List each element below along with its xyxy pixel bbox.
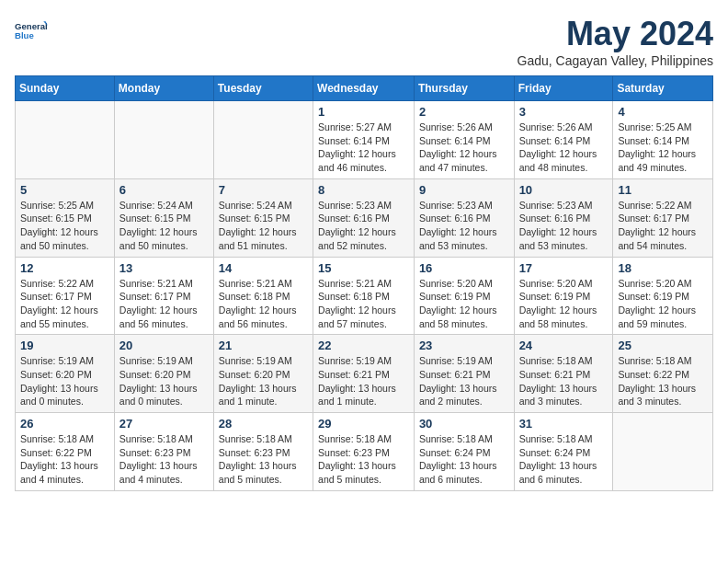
cell-content: Sunrise: 5:18 AM Sunset: 6:24 PM Dayligh… — [419, 432, 509, 487]
day-number: 5 — [20, 183, 109, 197]
day-number: 8 — [318, 183, 409, 197]
day-number: 23 — [419, 339, 509, 352]
calendar-cell: 20Sunrise: 5:19 AM Sunset: 6:20 PM Dayli… — [114, 335, 213, 413]
cell-content: Sunrise: 5:20 AM Sunset: 6:19 PM Dayligh… — [419, 277, 509, 331]
day-number: 28 — [219, 417, 308, 431]
cell-content: Sunrise: 5:21 AM Sunset: 6:18 PM Dayligh… — [318, 277, 409, 331]
calendar-cell: 7Sunrise: 5:24 AM Sunset: 6:15 PM Daylig… — [213, 178, 313, 257]
calendar-cell — [613, 413, 713, 491]
calendar-cell: 27Sunrise: 5:18 AM Sunset: 6:23 PM Dayli… — [114, 413, 213, 491]
title-block: May 2024 Gadu, Cagayan Valley, Philippin… — [518, 15, 714, 68]
header-saturday: Saturday — [613, 76, 713, 101]
day-number: 21 — [219, 339, 308, 352]
day-number: 4 — [618, 105, 708, 119]
cell-content: Sunrise: 5:26 AM Sunset: 6:14 PM Dayligh… — [519, 121, 609, 175]
calendar-cell — [114, 101, 213, 179]
calendar-cell: 13Sunrise: 5:21 AM Sunset: 6:17 PM Dayli… — [114, 257, 213, 335]
day-number: 7 — [219, 183, 308, 197]
calendar-week-5: 26Sunrise: 5:18 AM Sunset: 6:22 PM Dayli… — [16, 413, 713, 491]
cell-content: Sunrise: 5:20 AM Sunset: 6:19 PM Dayligh… — [519, 277, 609, 331]
cell-content: Sunrise: 5:24 AM Sunset: 6:15 PM Dayligh… — [219, 199, 308, 253]
cell-content: Sunrise: 5:18 AM Sunset: 6:22 PM Dayligh… — [20, 432, 109, 487]
calendar-cell: 1Sunrise: 5:27 AM Sunset: 6:14 PM Daylig… — [313, 101, 415, 179]
day-number: 27 — [119, 417, 209, 431]
day-number: 15 — [318, 261, 409, 275]
calendar-cell: 26Sunrise: 5:18 AM Sunset: 6:22 PM Dayli… — [16, 413, 115, 491]
cell-content: Sunrise: 5:22 AM Sunset: 6:17 PM Dayligh… — [618, 199, 708, 253]
day-number: 13 — [119, 261, 209, 275]
calendar-cell: 24Sunrise: 5:18 AM Sunset: 6:21 PM Dayli… — [514, 335, 613, 413]
calendar-cell: 9Sunrise: 5:23 AM Sunset: 6:16 PM Daylig… — [414, 178, 514, 257]
cell-content: Sunrise: 5:23 AM Sunset: 6:16 PM Dayligh… — [318, 199, 409, 253]
day-number: 24 — [519, 339, 609, 352]
cell-content: Sunrise: 5:24 AM Sunset: 6:15 PM Dayligh… — [119, 199, 209, 253]
calendar-week-1: 1Sunrise: 5:27 AM Sunset: 6:14 PM Daylig… — [16, 101, 713, 179]
month-title: May 2024 — [518, 15, 714, 53]
day-number: 6 — [119, 183, 209, 197]
day-number: 9 — [419, 183, 509, 197]
calendar-cell: 29Sunrise: 5:18 AM Sunset: 6:23 PM Dayli… — [313, 413, 415, 491]
calendar-cell: 8Sunrise: 5:23 AM Sunset: 6:16 PM Daylig… — [313, 178, 415, 257]
svg-text:Blue: Blue — [15, 30, 34, 40]
logo: General Blue — [15, 15, 48, 48]
header-friday: Friday — [514, 76, 613, 101]
cell-content: Sunrise: 5:27 AM Sunset: 6:14 PM Dayligh… — [318, 121, 409, 175]
cell-content: Sunrise: 5:25 AM Sunset: 6:15 PM Dayligh… — [20, 199, 109, 253]
day-number: 31 — [519, 417, 609, 431]
day-number: 17 — [519, 261, 609, 275]
day-number: 1 — [318, 105, 409, 119]
cell-content: Sunrise: 5:19 AM Sunset: 6:21 PM Dayligh… — [419, 354, 509, 408]
header-sunday: Sunday — [16, 76, 115, 101]
cell-content: Sunrise: 5:18 AM Sunset: 6:22 PM Dayligh… — [618, 354, 708, 408]
logo-svg: General Blue — [15, 15, 48, 48]
day-number: 22 — [318, 339, 409, 352]
day-number: 18 — [618, 261, 708, 275]
calendar-cell: 5Sunrise: 5:25 AM Sunset: 6:15 PM Daylig… — [16, 178, 115, 257]
cell-content: Sunrise: 5:19 AM Sunset: 6:20 PM Dayligh… — [219, 354, 308, 408]
cell-content: Sunrise: 5:21 AM Sunset: 6:17 PM Dayligh… — [119, 277, 209, 331]
cell-content: Sunrise: 5:20 AM Sunset: 6:19 PM Dayligh… — [618, 277, 708, 331]
calendar-cell: 22Sunrise: 5:19 AM Sunset: 6:21 PM Dayli… — [313, 335, 415, 413]
calendar-cell: 6Sunrise: 5:24 AM Sunset: 6:15 PM Daylig… — [114, 178, 213, 257]
day-number: 20 — [119, 339, 209, 352]
cell-content: Sunrise: 5:18 AM Sunset: 6:21 PM Dayligh… — [519, 354, 609, 408]
calendar-cell: 15Sunrise: 5:21 AM Sunset: 6:18 PM Dayli… — [313, 257, 415, 335]
cell-content: Sunrise: 5:19 AM Sunset: 6:20 PM Dayligh… — [119, 354, 209, 408]
calendar-cell: 12Sunrise: 5:22 AM Sunset: 6:17 PM Dayli… — [16, 257, 115, 335]
cell-content: Sunrise: 5:18 AM Sunset: 6:24 PM Dayligh… — [519, 432, 609, 487]
calendar-cell: 21Sunrise: 5:19 AM Sunset: 6:20 PM Dayli… — [213, 335, 313, 413]
day-number: 25 — [618, 339, 708, 352]
header-thursday: Thursday — [414, 76, 514, 101]
cell-content: Sunrise: 5:18 AM Sunset: 6:23 PM Dayligh… — [219, 432, 308, 487]
cell-content: Sunrise: 5:23 AM Sunset: 6:16 PM Dayligh… — [519, 199, 609, 253]
calendar-cell: 16Sunrise: 5:20 AM Sunset: 6:19 PM Dayli… — [414, 257, 514, 335]
day-number: 19 — [20, 339, 109, 352]
day-number: 12 — [20, 261, 109, 275]
cell-content: Sunrise: 5:23 AM Sunset: 6:16 PM Dayligh… — [419, 199, 509, 253]
calendar-cell: 28Sunrise: 5:18 AM Sunset: 6:23 PM Dayli… — [213, 413, 313, 491]
calendar-cell: 17Sunrise: 5:20 AM Sunset: 6:19 PM Dayli… — [514, 257, 613, 335]
calendar-week-3: 12Sunrise: 5:22 AM Sunset: 6:17 PM Dayli… — [16, 257, 713, 335]
day-number: 26 — [20, 417, 109, 431]
cell-content: Sunrise: 5:19 AM Sunset: 6:21 PM Dayligh… — [318, 354, 409, 408]
day-number: 29 — [318, 417, 409, 431]
calendar-week-4: 19Sunrise: 5:19 AM Sunset: 6:20 PM Dayli… — [16, 335, 713, 413]
day-number: 14 — [219, 261, 308, 275]
calendar-cell: 19Sunrise: 5:19 AM Sunset: 6:20 PM Dayli… — [16, 335, 115, 413]
calendar-week-2: 5Sunrise: 5:25 AM Sunset: 6:15 PM Daylig… — [16, 178, 713, 257]
header-tuesday: Tuesday — [213, 76, 313, 101]
cell-content: Sunrise: 5:22 AM Sunset: 6:17 PM Dayligh… — [20, 277, 109, 331]
header-monday: Monday — [114, 76, 213, 101]
day-number: 30 — [419, 417, 509, 431]
calendar-cell: 14Sunrise: 5:21 AM Sunset: 6:18 PM Dayli… — [213, 257, 313, 335]
calendar-cell: 31Sunrise: 5:18 AM Sunset: 6:24 PM Dayli… — [514, 413, 613, 491]
calendar-cell: 2Sunrise: 5:26 AM Sunset: 6:14 PM Daylig… — [414, 101, 514, 179]
calendar-cell: 30Sunrise: 5:18 AM Sunset: 6:24 PM Dayli… — [414, 413, 514, 491]
cell-content: Sunrise: 5:18 AM Sunset: 6:23 PM Dayligh… — [119, 432, 209, 487]
cell-content: Sunrise: 5:25 AM Sunset: 6:14 PM Dayligh… — [618, 121, 708, 175]
calendar-cell: 23Sunrise: 5:19 AM Sunset: 6:21 PM Dayli… — [414, 335, 514, 413]
calendar-cell: 3Sunrise: 5:26 AM Sunset: 6:14 PM Daylig… — [514, 101, 613, 179]
calendar-cell: 10Sunrise: 5:23 AM Sunset: 6:16 PM Dayli… — [514, 178, 613, 257]
day-number: 10 — [519, 183, 609, 197]
calendar-cell: 11Sunrise: 5:22 AM Sunset: 6:17 PM Dayli… — [613, 178, 713, 257]
